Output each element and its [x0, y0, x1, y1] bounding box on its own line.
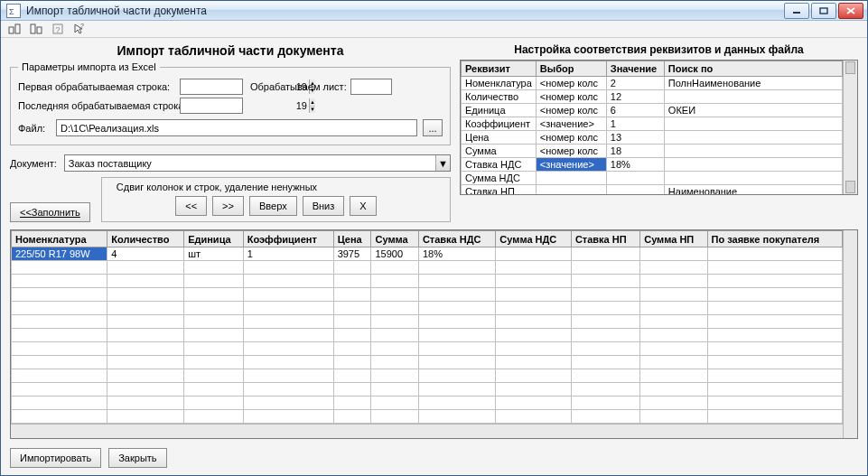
table-cell[interactable]	[333, 369, 371, 383]
table-cell[interactable]	[184, 329, 244, 342]
table-cell[interactable]: 3975	[333, 247, 371, 261]
table-row[interactable]	[12, 356, 843, 369]
shift-down-button[interactable]: Вниз	[303, 196, 345, 216]
table-cell[interactable]	[243, 356, 333, 369]
table-cell[interactable]	[12, 288, 107, 302]
import-button[interactable]: Импортировать	[10, 448, 101, 468]
mapping-cell[interactable]: Ставка НДС	[462, 158, 537, 172]
data-header[interactable]: Коэффициент	[243, 231, 333, 247]
mapping-row[interactable]: Ставка НДС<значение>18%	[462, 158, 843, 172]
file-input[interactable]	[56, 119, 417, 136]
table-cell[interactable]	[333, 342, 371, 356]
table-cell[interactable]	[571, 397, 639, 410]
table-cell[interactable]	[12, 261, 107, 275]
table-cell[interactable]	[418, 397, 495, 410]
table-cell[interactable]: 15900	[371, 247, 418, 261]
data-header[interactable]: Ставка НДС	[418, 231, 495, 247]
table-cell[interactable]	[243, 261, 333, 275]
table-cell[interactable]	[12, 397, 107, 410]
data-header[interactable]: Сумма НП	[640, 231, 707, 247]
data-hscrollbar[interactable]	[11, 424, 843, 438]
mapping-cell[interactable]	[664, 131, 842, 145]
table-row[interactable]	[12, 261, 843, 275]
delete-button[interactable]: X	[350, 196, 376, 216]
table-cell[interactable]	[371, 369, 418, 383]
table-cell[interactable]	[496, 261, 572, 275]
table-cell[interactable]	[496, 383, 572, 397]
table-cell[interactable]	[333, 275, 371, 288]
data-header[interactable]: Единица	[184, 231, 244, 247]
table-cell[interactable]	[107, 369, 184, 383]
shift-up-button[interactable]: Вверх	[249, 196, 297, 216]
table-cell[interactable]	[640, 275, 707, 288]
table-cell[interactable]	[243, 397, 333, 410]
table-cell[interactable]: 1	[243, 247, 333, 261]
mapping-cell[interactable]: Сумма	[462, 145, 537, 158]
table-cell[interactable]	[12, 275, 107, 288]
close-button[interactable]	[838, 3, 863, 19]
table-cell[interactable]	[707, 275, 842, 288]
table-cell[interactable]	[107, 302, 184, 315]
table-cell[interactable]	[571, 342, 639, 356]
cursor-help-icon[interactable]: ?	[71, 21, 88, 37]
table-cell[interactable]	[496, 275, 572, 288]
table-cell[interactable]	[107, 383, 184, 397]
document-combo[interactable]: Заказ поставщику ▼	[64, 154, 451, 172]
mapping-cell[interactable]	[606, 172, 664, 185]
table-cell[interactable]	[184, 315, 244, 329]
table-cell[interactable]	[571, 356, 639, 369]
table-cell[interactable]	[571, 302, 639, 315]
table-row[interactable]	[12, 369, 843, 383]
table-cell[interactable]	[640, 342, 707, 356]
mapping-cell[interactable]: <номер колс	[536, 145, 606, 158]
table-cell[interactable]	[640, 247, 707, 261]
mapping-row[interactable]: Сумма НДС	[462, 172, 843, 185]
table-cell[interactable]	[333, 302, 371, 315]
table-cell[interactable]: 18%	[418, 247, 495, 261]
table-cell[interactable]	[12, 342, 107, 356]
table-cell[interactable]	[12, 410, 107, 424]
table-cell[interactable]	[333, 261, 371, 275]
table-cell[interactable]	[243, 410, 333, 424]
table-cell[interactable]	[571, 275, 639, 288]
mapping-cell[interactable]	[664, 172, 842, 185]
mapping-cell[interactable]: 18%	[606, 158, 664, 172]
table-cell[interactable]	[571, 288, 639, 302]
mapping-table[interactable]: РеквизитВыборЗначениеПоиск по Номенклату…	[461, 61, 843, 194]
table-row[interactable]	[12, 315, 843, 329]
table-cell[interactable]	[418, 315, 495, 329]
data-header[interactable]: Ставка НП	[571, 231, 639, 247]
table-cell[interactable]	[707, 383, 842, 397]
mapping-cell[interactable]: Сумма НДС	[462, 172, 537, 185]
mapping-cell[interactable]: ПолнНаименование	[664, 77, 842, 90]
table-cell[interactable]	[418, 329, 495, 342]
mapping-row[interactable]: Номенклатура<номер колс2ПолнНаименование	[462, 77, 843, 90]
table-cell[interactable]	[243, 302, 333, 315]
mapping-cell[interactable]: <значение>	[536, 117, 606, 131]
table-cell[interactable]	[371, 315, 418, 329]
table-cell[interactable]	[496, 329, 572, 342]
mapping-row[interactable]: Единица<номер колс6ОКЕИ	[462, 104, 843, 117]
table-cell[interactable]	[333, 329, 371, 342]
table-row[interactable]	[12, 383, 843, 397]
table-cell[interactable]	[707, 247, 842, 261]
table-cell[interactable]	[371, 397, 418, 410]
table-cell[interactable]	[418, 288, 495, 302]
table-cell[interactable]	[184, 288, 244, 302]
table-cell[interactable]: 4	[107, 247, 184, 261]
fill-button[interactable]: <<Заполнить	[10, 202, 90, 222]
table-cell[interactable]	[640, 329, 707, 342]
table-cell[interactable]	[184, 342, 244, 356]
table-cell[interactable]	[12, 315, 107, 329]
table-cell[interactable]	[371, 342, 418, 356]
table-cell[interactable]	[243, 342, 333, 356]
table-cell[interactable]	[184, 356, 244, 369]
table-cell[interactable]	[571, 247, 639, 261]
table-cell[interactable]	[707, 410, 842, 424]
mapping-row[interactable]: Коэффициент<значение>1	[462, 117, 843, 131]
table-cell[interactable]	[184, 397, 244, 410]
table-cell[interactable]	[496, 302, 572, 315]
table-cell[interactable]	[243, 275, 333, 288]
table-cell[interactable]	[371, 275, 418, 288]
table-row[interactable]	[12, 302, 843, 315]
